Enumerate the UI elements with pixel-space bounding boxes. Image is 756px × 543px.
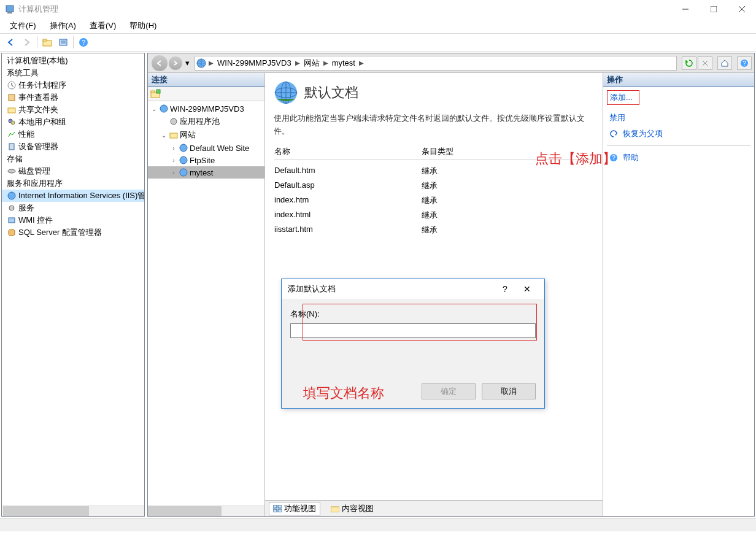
home-button[interactable] bbox=[717, 56, 732, 70]
dialog-help-button[interactable]: ? bbox=[494, 280, 516, 298]
tool-help-icon[interactable]: ? bbox=[76, 35, 91, 50]
event-icon bbox=[7, 93, 17, 102]
dialog-cancel-button[interactable]: 取消 bbox=[482, 383, 536, 399]
mmc-tree-panel: 计算机管理(本地) 系统工具 任务计划程序 事件查看器 共享文件夹 本地用户和组… bbox=[1, 53, 145, 517]
svg-text:?: ? bbox=[82, 39, 85, 46]
list-row[interactable]: Default.htm继承 bbox=[274, 164, 593, 179]
grid-icon bbox=[273, 505, 282, 512]
nav-history-dropdown[interactable]: ▾ bbox=[183, 58, 191, 69]
action-disable[interactable]: 禁用 bbox=[607, 110, 750, 126]
tree-wmi[interactable]: WMI 控件 bbox=[2, 214, 144, 226]
tree-local-users[interactable]: 本地用户和组 bbox=[2, 116, 144, 128]
action-help[interactable]: ? 帮助 bbox=[607, 150, 750, 166]
help-icon: ? bbox=[609, 153, 618, 162]
refresh-button[interactable] bbox=[682, 56, 696, 70]
svg-rect-24 bbox=[9, 218, 15, 223]
svg-rect-7 bbox=[43, 39, 47, 41]
tree-sqlserver[interactable]: SQL Server 配置管理器 bbox=[2, 226, 144, 239]
bc-site[interactable]: mytest bbox=[330, 58, 358, 67]
svg-point-35 bbox=[171, 118, 177, 125]
tool-folder-icon[interactable] bbox=[40, 35, 55, 50]
list-row[interactable]: Default.asp继承 bbox=[274, 179, 593, 193]
minimize-button[interactable] bbox=[671, 0, 700, 18]
svg-rect-46 bbox=[278, 509, 282, 512]
tree-storage[interactable]: 存储 bbox=[2, 153, 144, 165]
disk-icon bbox=[7, 166, 17, 176]
list-row[interactable]: iisstart.htm继承 bbox=[274, 223, 593, 237]
tree-root[interactable]: 计算机管理(本地) bbox=[2, 55, 144, 67]
bottom-tabs: 功能视图 内容视图 bbox=[265, 500, 603, 516]
breadcrumb[interactable]: ▶ WIN-299MMPJ5VD3 ▶ 网站 ▶ mytest ▶ bbox=[195, 56, 677, 71]
nav-back-button[interactable] bbox=[152, 55, 168, 71]
action-add[interactable]: 添加... bbox=[607, 90, 639, 105]
back-button[interactable] bbox=[4, 35, 18, 50]
conn-sites[interactable]: ⌄网站 bbox=[148, 128, 264, 142]
svg-point-39 bbox=[180, 169, 187, 176]
dialog-name-input[interactable] bbox=[290, 323, 536, 338]
conn-site-1[interactable]: ›FtpSite bbox=[148, 154, 264, 166]
connections-header: 连接 bbox=[148, 73, 264, 87]
tree-services[interactable]: 服务 bbox=[2, 202, 144, 214]
tree-disk-management[interactable]: 磁盘管理 bbox=[2, 165, 144, 177]
tab-feature-view[interactable]: 功能视图 bbox=[269, 502, 320, 515]
menubar: 文件(F) 操作(A) 查看(V) 帮助(H) bbox=[0, 18, 756, 33]
list-row[interactable]: index.htm继承 bbox=[274, 193, 593, 208]
globe-icon bbox=[179, 155, 188, 165]
conn-site-0[interactable]: ›Default Web Site bbox=[148, 142, 264, 154]
folder-add-icon[interactable] bbox=[150, 89, 161, 99]
tree-services-apps[interactable]: 服务和应用程序 bbox=[2, 177, 144, 190]
svg-rect-8 bbox=[60, 39, 67, 45]
svg-text:?: ? bbox=[742, 60, 746, 67]
actions-panel: 操作 添加... 禁用 恢复为父项 ? 帮助 bbox=[603, 73, 754, 516]
menu-file[interactable]: 文件(F) bbox=[4, 19, 42, 33]
menu-action[interactable]: 操作(A) bbox=[44, 19, 82, 33]
default-docs-list: 名称 条目类型 Default.htm继承 Default.asp继承 inde… bbox=[274, 145, 594, 238]
col-name-header[interactable]: 名称 bbox=[274, 146, 422, 157]
tree-device-manager[interactable]: 设备管理器 bbox=[2, 141, 144, 153]
help-icon-button[interactable]: ? bbox=[737, 56, 752, 70]
feature-globe-icon bbox=[274, 80, 298, 105]
left-scrollbar[interactable] bbox=[2, 506, 144, 516]
gear-icon bbox=[7, 203, 17, 213]
svg-rect-45 bbox=[273, 509, 277, 512]
tree-performance[interactable]: 性能 bbox=[2, 128, 144, 141]
stop-button[interactable] bbox=[698, 56, 712, 70]
svg-rect-16 bbox=[9, 94, 15, 101]
tree-iis-manager[interactable]: Internet Information Services (IIS)管理器 bbox=[2, 190, 144, 202]
dialog-close-button[interactable]: ✕ bbox=[516, 280, 538, 298]
tree-event-viewer[interactable]: 事件查看器 bbox=[2, 91, 144, 104]
svg-point-22 bbox=[8, 192, 15, 199]
connections-scrollbar[interactable] bbox=[148, 506, 264, 516]
tree-task-scheduler[interactable]: 任务计划程序 bbox=[2, 79, 144, 91]
globe-icon bbox=[179, 143, 188, 153]
svg-point-23 bbox=[9, 206, 14, 210]
tree-system-tools[interactable]: 系统工具 bbox=[2, 67, 144, 79]
maximize-button[interactable] bbox=[700, 0, 728, 18]
statusbar bbox=[0, 518, 756, 531]
tab-content-view[interactable]: 内容视图 bbox=[326, 502, 378, 515]
bc-sites[interactable]: 网站 bbox=[301, 58, 322, 69]
gear-icon bbox=[169, 117, 179, 126]
conn-app-pools[interactable]: 应用程序池 bbox=[148, 115, 264, 128]
list-row[interactable]: index.html继承 bbox=[274, 208, 593, 223]
dialog-ok-button[interactable]: 确定 bbox=[422, 383, 476, 399]
bc-server[interactable]: WIN-299MMPJ5VD3 bbox=[215, 58, 294, 67]
app-icon bbox=[5, 4, 15, 14]
svg-rect-33 bbox=[156, 90, 160, 93]
conn-site-2[interactable]: ›mytest bbox=[148, 166, 264, 179]
conn-server[interactable]: ⌄WIN-299MMPJ5VD3 bbox=[148, 102, 264, 115]
svg-point-34 bbox=[160, 105, 168, 112]
server-icon bbox=[159, 104, 169, 114]
add-default-doc-dialog: 添加默认文档 ? ✕ 名称(N): 确定 取消 bbox=[281, 279, 545, 409]
svg-text:?: ? bbox=[612, 155, 615, 161]
tool-properties-icon[interactable] bbox=[56, 35, 71, 50]
forward-button[interactable] bbox=[20, 35, 34, 50]
tree-shared-folders[interactable]: 共享文件夹 bbox=[2, 104, 144, 116]
menu-view[interactable]: 查看(V) bbox=[83, 19, 122, 33]
close-button[interactable] bbox=[728, 0, 756, 18]
nav-forward-button[interactable] bbox=[169, 56, 182, 70]
action-revert[interactable]: 恢复为父项 bbox=[607, 126, 750, 142]
col-type-header[interactable]: 条目类型 bbox=[422, 146, 489, 157]
svg-rect-32 bbox=[151, 91, 155, 93]
menu-help[interactable]: 帮助(H) bbox=[123, 19, 163, 33]
